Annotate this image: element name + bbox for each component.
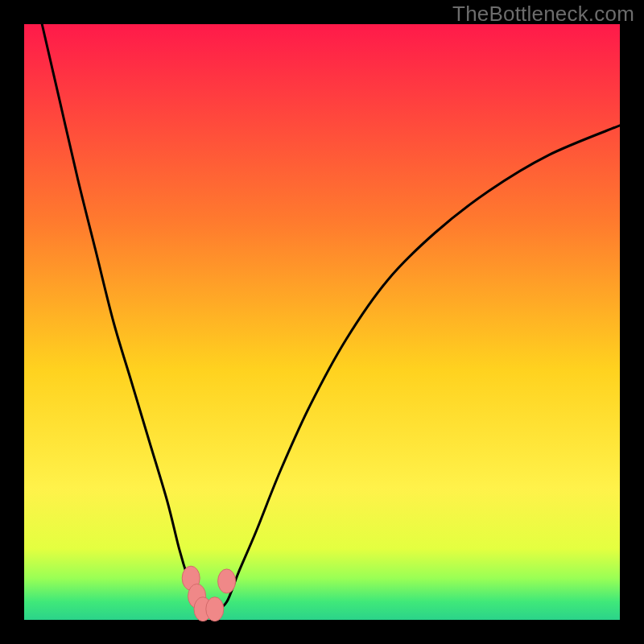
marker-trough-right <box>206 597 224 621</box>
bottleneck-chart <box>0 0 644 644</box>
marker-right-cluster <box>218 569 236 593</box>
watermark-label: TheBottleneck.com <box>452 2 634 27</box>
chart-stage: TheBottleneck.com <box>0 0 644 644</box>
